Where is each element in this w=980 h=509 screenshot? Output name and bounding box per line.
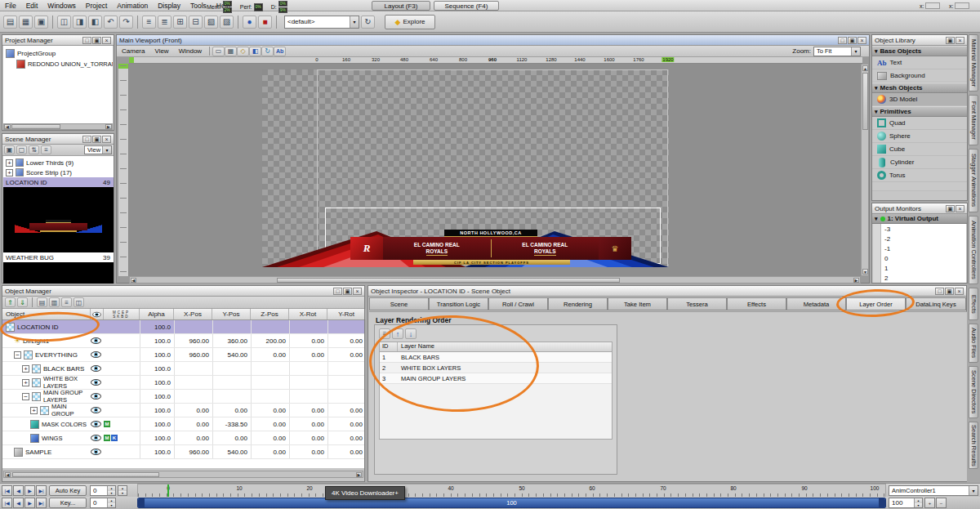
section-primitives[interactable]: Primitives	[872, 106, 967, 117]
save-icon[interactable]: ▦	[19, 16, 33, 29]
save-all-icon[interactable]: ▣	[34, 16, 48, 29]
column-ypos[interactable]: Y-Pos	[222, 310, 239, 318]
dock-button[interactable]	[848, 37, 857, 44]
key-button[interactable]: Key...	[49, 498, 87, 508]
align-right-icon[interactable]: ≣	[158, 16, 172, 29]
monitor-value[interactable]: 0	[873, 254, 966, 263]
frame-spinner[interactable]: 0	[90, 485, 116, 496]
viewport-canvas-area[interactable]: NORTH HOLLYWOOD,CA R EL CAMINO REAL ROYA…	[129, 64, 861, 276]
scene-thumbnail-weather-bug[interactable]	[3, 262, 114, 284]
menu-window[interactable]: Window	[174, 47, 207, 55]
timeline-zoom-spinner[interactable]: 100	[889, 498, 923, 508]
tab-datalinq-keys[interactable]: DataLinq Keys	[906, 297, 966, 310]
distribute-v-icon[interactable]: ▨	[220, 16, 234, 29]
viewport-vscrollbar[interactable]: ▲ ▼	[861, 64, 869, 276]
close-icon[interactable]	[102, 37, 111, 44]
visibility-eye-icon[interactable]	[91, 393, 101, 400]
horizontal-scrollbar[interactable]: ◀ ▶	[3, 123, 113, 130]
preset-dropdown[interactable]: <default>	[284, 16, 359, 29]
sort-icon[interactable]: ⇅	[29, 145, 39, 154]
open-project-icon[interactable]: ▤	[3, 16, 17, 29]
menu-windows[interactable]: Windows	[42, 2, 80, 10]
tab-effects[interactable]: Effects	[969, 288, 978, 320]
table-row[interactable]: MASK COLORS M 100.0 0.00 -338.50 0.00 0.…	[2, 417, 364, 431]
scene-item-weather-bug[interactable]: WEATHER BUG 39	[3, 252, 114, 262]
expander-icon[interactable]	[22, 393, 29, 400]
close-icon[interactable]	[102, 136, 111, 143]
column-object[interactable]: Object	[6, 310, 24, 318]
dock-button[interactable]	[92, 136, 101, 143]
go-last-button[interactable]: ▶|	[36, 485, 47, 496]
expander-icon[interactable]	[6, 159, 13, 167]
dock-button[interactable]	[946, 37, 955, 44]
monitor-icon[interactable]: ▭	[212, 47, 225, 56]
monitor-value[interactable]: -1	[873, 244, 966, 253]
move-down-icon[interactable]: ⇓	[17, 297, 28, 307]
new-group-icon[interactable]: ▣	[4, 145, 15, 154]
menu-display[interactable]: Display	[153, 2, 185, 10]
visibility-eye-icon[interactable]	[91, 337, 101, 344]
monitor-value[interactable]: -3	[873, 225, 966, 234]
tab-animation-controllers[interactable]: Animation Controllers	[969, 216, 978, 284]
table-row[interactable]: EVERYTHING 100.0 960.00 540.00 0.00 0.00…	[2, 348, 364, 362]
tab-take-item[interactable]: Take Item	[608, 297, 667, 310]
virtual-output-row[interactable]: 1: Virtual Output	[872, 214, 967, 224]
collapse-all-icon[interactable]: ▥	[49, 297, 60, 307]
float-button[interactable]	[82, 136, 91, 143]
preview-icon[interactable]: ●	[243, 16, 256, 29]
ungroup-icon[interactable]: ⊟	[189, 16, 203, 29]
scene-item-location-id[interactable]: LOCATION ID 49	[3, 177, 114, 187]
record-icon[interactable]: ■	[258, 16, 272, 29]
expander-icon[interactable]	[14, 351, 21, 359]
dock-button[interactable]	[92, 37, 101, 44]
table-row[interactable]: MAIN GROUP 100.0 0.00 0.00 0.00 0.00 0.0…	[2, 404, 364, 417]
library-item-torus[interactable]: Torus	[872, 169, 967, 182]
scene-group-score-strip[interactable]: Score Strip (17)	[3, 167, 114, 177]
float-button[interactable]	[838, 37, 847, 44]
sequence-button[interactable]: Sequence (F4)	[434, 1, 499, 11]
filter-icon[interactable]: ≡	[61, 297, 72, 307]
visibility-eye-icon[interactable]	[91, 407, 101, 413]
expander-icon[interactable]	[30, 407, 38, 414]
layer-row[interactable]: 2 WHITE BOX LAYERS	[380, 363, 612, 373]
go-first-button[interactable]: |◀	[2, 485, 12, 496]
column-alpha[interactable]: Alpha	[148, 310, 164, 318]
move-up-icon[interactable]: ⇑	[5, 297, 16, 307]
layer-row[interactable]: 1 BLACK BARS	[380, 352, 612, 363]
menu-camera[interactable]: Camera	[117, 47, 149, 55]
tab-audio-files[interactable]: Audio Files	[969, 324, 978, 363]
refresh-icon[interactable]: ↻	[361, 16, 375, 29]
column-yrot[interactable]: Y-Rot	[338, 310, 354, 318]
expand-all-icon[interactable]: ▤	[37, 297, 47, 307]
chevron-down-icon[interactable]	[102, 146, 111, 154]
close-icon[interactable]	[956, 205, 964, 212]
play-button[interactable]: ▶	[24, 498, 35, 508]
visibility-eye-icon[interactable]	[91, 351, 101, 358]
group-icon[interactable]: ⊞	[173, 16, 187, 29]
spin-down-icon[interactable]	[108, 503, 115, 508]
tab-scene-directors[interactable]: Scene Directors	[969, 366, 978, 418]
step-back-button[interactable]: ◀	[13, 498, 24, 508]
columns-icon[interactable]: ◫	[74, 297, 84, 307]
tab-search-results[interactable]: Search Results	[969, 422, 978, 469]
column-layer-name[interactable]: Layer Name	[398, 342, 434, 351]
tab-metadata[interactable]: Metadata	[786, 297, 846, 310]
visibility-eye-icon[interactable]	[91, 435, 101, 441]
expander-icon[interactable]	[22, 365, 29, 373]
tab-scene[interactable]: Scene	[369, 297, 429, 310]
playhead[interactable]	[167, 484, 169, 497]
redo-icon[interactable]: ↷	[119, 16, 133, 29]
tree-item-project[interactable]: REDONDO UNION_v_TORRAN	[3, 59, 113, 69]
column-id[interactable]: ID	[380, 342, 398, 351]
library-item-text[interactable]: Ab Text	[872, 56, 967, 69]
close-icon[interactable]	[858, 37, 866, 44]
align-left-icon[interactable]: ≡	[142, 16, 156, 29]
layer-down-icon[interactable]: ↓	[405, 328, 416, 339]
timeline-ruler[interactable]: 0 10 20 30 40 50 60 70 80 90 100	[137, 484, 886, 498]
library-item-quad[interactable]: Quad	[872, 117, 967, 130]
library-item-background[interactable]: Background	[872, 69, 967, 83]
library-item-3d-model[interactable]: 3D Model	[872, 93, 967, 106]
auto-key-button[interactable]: Auto Key	[49, 485, 87, 496]
menu-file[interactable]: File	[0, 2, 21, 10]
close-icon[interactable]	[956, 37, 964, 44]
